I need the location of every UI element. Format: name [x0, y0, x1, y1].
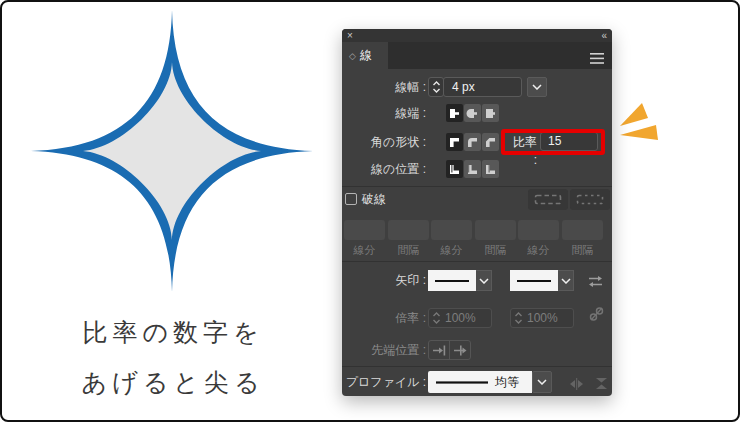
bevel-join-icon [484, 136, 497, 149]
divider [342, 261, 612, 262]
chevron-down-icon [561, 278, 571, 284]
flip-across-button[interactable] [594, 376, 609, 394]
plain-line-icon [435, 279, 469, 283]
swap-arrows-icon [588, 275, 603, 288]
dash-input-3[interactable] [518, 220, 559, 240]
gap-field-label: 間隔 [475, 243, 516, 258]
profile-label: プロファイル : [342, 371, 426, 393]
panel-tabbar: ◇線 [342, 42, 612, 69]
caption-line-2: あげると尖る [43, 358, 303, 408]
projecting-cap-icon [484, 107, 497, 120]
miter-ratio-input[interactable]: 15 [540, 132, 598, 151]
arrowheads-label: 矢印 : [342, 270, 426, 291]
chevron-down-icon [532, 84, 542, 90]
arrowhead-end-preview [510, 270, 558, 291]
tip-inside-button[interactable] [429, 341, 449, 359]
dashed-line-label: 破線 [362, 190, 386, 208]
dash-field-label: 線分 [344, 243, 385, 258]
gap-field-label: 間隔 [562, 243, 603, 258]
stroke-panel: × « ◇線 線幅 : 4 px 線端 : 角の形状 : [342, 29, 612, 396]
chevron-down-icon [479, 278, 489, 284]
tab-stroke-label: 線 [360, 48, 372, 62]
stroke-weight-dropdown-button[interactable] [527, 77, 547, 97]
broken-link-icon [589, 306, 604, 322]
profile-value: 均等 [495, 374, 519, 391]
arrow-scale-start-field[interactable]: 100% [428, 308, 492, 328]
plain-line-icon [517, 279, 551, 283]
stepper-up-down-icon [514, 311, 523, 325]
arrow-scale-end-value: 100% [523, 311, 558, 325]
gap-field-label: 間隔 [388, 243, 429, 258]
arrow-past-bar-icon [453, 344, 468, 357]
gap-input-3[interactable] [562, 220, 603, 240]
caption-line-1: 比率の数字を [43, 308, 303, 358]
round-join-button[interactable] [464, 133, 481, 151]
dashed-line-checkbox[interactable] [345, 193, 357, 205]
tab-stroke[interactable]: ◇線 [342, 42, 388, 69]
align-stroke-inside-icon [466, 163, 479, 176]
dash-input-1[interactable] [344, 220, 385, 240]
stepper-up-down-icon [432, 311, 441, 325]
stroke-weight-input[interactable]: 4 px [443, 77, 522, 97]
dash-align-button[interactable] [570, 189, 610, 210]
round-cap-icon [466, 107, 479, 120]
align-stroke-center-button[interactable] [446, 160, 463, 178]
align-stroke-inside-button[interactable] [464, 160, 481, 178]
callout-triangles [614, 94, 666, 146]
close-icon[interactable]: × [347, 29, 353, 42]
panel-titlebar: × « [342, 29, 612, 42]
arrow-scale-start-value: 100% [441, 311, 476, 325]
panel-menu-icon[interactable] [590, 50, 604, 68]
miter-join-button[interactable] [446, 133, 463, 151]
cap-label: 線端 : [342, 104, 426, 122]
tip-align-label: 先端位置 : [342, 340, 426, 360]
divider [342, 366, 612, 367]
round-cap-button[interactable] [464, 104, 481, 122]
align-stroke-center-icon [448, 163, 461, 176]
collapse-icon[interactable]: « [601, 29, 606, 42]
gap-input-1[interactable] [388, 220, 429, 240]
swap-arrowheads-button[interactable] [588, 274, 603, 292]
dash-field-label: 線分 [431, 243, 472, 258]
align-stroke-label: 線の位置 : [342, 160, 426, 178]
projecting-cap-button[interactable] [482, 104, 499, 122]
arrowhead-start-chevron-button[interactable] [476, 270, 492, 291]
align-stroke-outside-icon [484, 163, 497, 176]
gap-input-2[interactable] [475, 220, 516, 240]
star-body [83, 62, 261, 240]
stroke-weight-label: 線幅 : [342, 77, 426, 97]
uniform-profile-line-icon [436, 381, 488, 384]
butt-cap-button[interactable] [446, 104, 463, 122]
dash-preserve-button[interactable] [528, 189, 568, 210]
chevron-down-icon [537, 379, 547, 385]
stroke-weight-stepper[interactable] [428, 77, 444, 97]
tip-align-group [428, 340, 471, 360]
arrow-scale-end-field[interactable]: 100% [510, 308, 574, 328]
callout-triangle-top [620, 103, 648, 126]
tip-beyond-button[interactable] [449, 341, 470, 359]
flip-along-icon [569, 378, 584, 390]
star-shape [22, 2, 322, 302]
screenshot-root: { "star": { "shape": "four-point-star-wi… [0, 0, 740, 422]
flip-along-button[interactable] [569, 376, 584, 394]
miter-ratio-label: 比率 : [507, 133, 537, 169]
arrow-at-bar-icon [432, 344, 447, 357]
dash-field-label: 線分 [518, 243, 559, 258]
flip-across-icon [594, 377, 609, 390]
arrowhead-end-dropdown[interactable] [510, 270, 574, 291]
stepper-up-down-icon [432, 80, 441, 94]
profile-dropdown[interactable]: 均等 [428, 371, 532, 393]
arrowhead-start-dropdown[interactable] [428, 270, 492, 291]
arrow-scale-label: 倍率 : [342, 308, 426, 328]
butt-cap-icon [448, 107, 461, 120]
dash-input-2[interactable] [431, 220, 472, 240]
dash-align-icon [576, 193, 604, 206]
profile-chevron-button[interactable] [532, 371, 552, 393]
arrowhead-end-chevron-button[interactable] [558, 270, 574, 291]
panel-cycle-icon[interactable]: ◇ [349, 51, 356, 61]
corner-label: 角の形状 : [342, 133, 426, 151]
link-scale-button[interactable] [589, 306, 604, 326]
align-stroke-outside-button[interactable] [482, 160, 499, 178]
miter-join-icon [448, 136, 461, 149]
bevel-join-button[interactable] [482, 133, 499, 151]
